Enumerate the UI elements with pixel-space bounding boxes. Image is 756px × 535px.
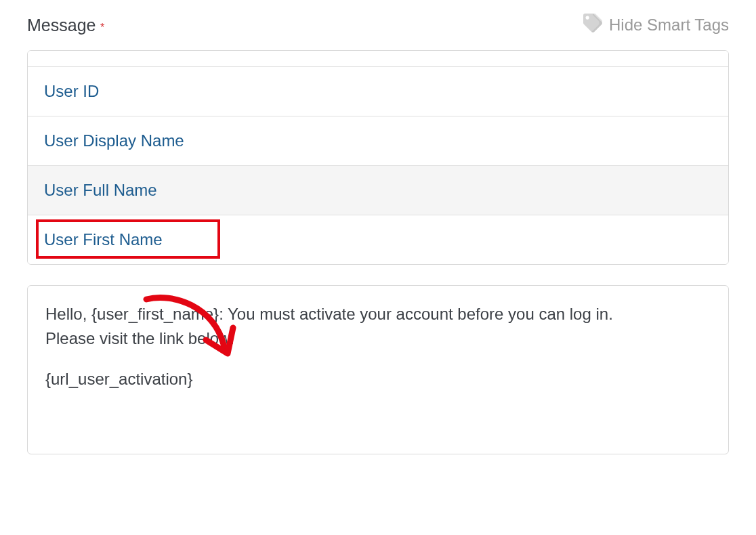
hide-smart-tags-label: Hide Smart Tags xyxy=(609,16,729,35)
tag-item-label: User Display Name xyxy=(44,131,184,150)
smart-tags-panel: User IP Address User ID User Display Nam… xyxy=(27,50,729,265)
tag-item-user-id[interactable]: User ID xyxy=(28,67,728,116)
field-header: Message * Hide Smart Tags xyxy=(27,14,729,37)
tag-item-label: User First Name xyxy=(44,230,163,249)
tag-item-label: User ID xyxy=(44,82,99,100)
message-line-1: Hello, {user_first_name}: You must activ… xyxy=(45,302,711,326)
message-line-2: Please visit the link below. xyxy=(45,326,711,351)
blank-line xyxy=(45,351,711,367)
required-asterisk: * xyxy=(100,22,104,33)
field-label: Message xyxy=(27,16,96,35)
message-textarea[interactable]: Hello, {user_first_name}: You must activ… xyxy=(27,285,729,454)
tag-icon xyxy=(583,14,602,37)
tag-item-user-first-name[interactable]: User First Name xyxy=(28,215,728,264)
tag-item-user-ip-address[interactable]: User IP Address xyxy=(28,51,728,67)
field-label-wrapper: Message * xyxy=(27,16,104,35)
tag-item-label: User Full Name xyxy=(44,181,157,199)
tag-item-user-full-name[interactable]: User Full Name xyxy=(28,166,728,215)
hide-smart-tags-button[interactable]: Hide Smart Tags xyxy=(583,14,729,37)
tag-item-user-display-name[interactable]: User Display Name xyxy=(28,116,728,166)
message-line-3: {url_user_activation} xyxy=(45,367,711,391)
